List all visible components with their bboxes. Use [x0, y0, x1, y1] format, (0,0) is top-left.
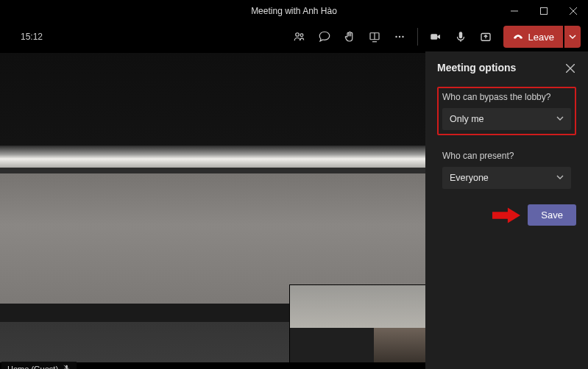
close-button[interactable]: [559, 0, 588, 22]
toolbar-separator: [417, 28, 418, 46]
video-area: Home (Guest): [0, 51, 425, 369]
lobby-label: Who can bypass the lobby?: [442, 92, 571, 102]
more-actions-icon[interactable]: [388, 25, 411, 49]
svg-point-8: [398, 36, 400, 37]
camera-icon[interactable]: [424, 25, 447, 49]
meeting-timer: 15:12: [21, 32, 43, 42]
panel-close-button[interactable]: [566, 62, 576, 73]
raise-hand-icon[interactable]: [338, 25, 361, 49]
save-button[interactable]: Save: [528, 204, 576, 226]
meeting-options-panel: Meeting options Who can bypass the lobby…: [425, 51, 588, 369]
svg-rect-10: [431, 34, 437, 40]
people-icon[interactable]: [288, 25, 311, 49]
chevron-down-icon: [556, 114, 564, 124]
arrow-annotation: [492, 207, 520, 224]
participant-name: Home (Guest): [7, 365, 58, 370]
present-label: Who can present?: [442, 151, 571, 161]
svg-point-5: [300, 34, 303, 37]
meeting-toolbar: 15:12 Leave: [0, 22, 588, 51]
chat-icon[interactable]: [313, 25, 336, 49]
lobby-select-value: Only me: [450, 114, 484, 124]
svg-point-4: [295, 33, 299, 37]
leave-group: Leave: [503, 26, 581, 48]
content-area: Home (Guest) Meeting options Who can byp…: [0, 51, 588, 369]
panel-title: Meeting options: [437, 62, 516, 74]
save-row: Save: [437, 204, 576, 226]
lobby-select[interactable]: Only me: [442, 108, 571, 130]
share-icon[interactable]: [474, 25, 497, 49]
present-select[interactable]: Everyone: [442, 167, 571, 189]
participant-name-pill: Home (Guest): [1, 362, 77, 369]
present-select-value: Everyone: [450, 173, 489, 183]
leave-button[interactable]: Leave: [503, 26, 563, 48]
minimize-button[interactable]: [500, 0, 529, 22]
leave-caret-button[interactable]: [564, 26, 581, 48]
chevron-down-icon: [556, 173, 564, 183]
self-video-thumbnail[interactable]: [289, 284, 425, 362]
window-controls: [500, 0, 588, 22]
svg-rect-1: [541, 8, 548, 15]
svg-point-9: [402, 36, 403, 37]
toolbar-controls: Leave: [288, 22, 581, 51]
mic-muted-icon: [63, 364, 71, 369]
svg-rect-11: [458, 32, 462, 38]
lobby-option-group: Who can bypass the lobby? Only me: [437, 87, 576, 135]
leave-label: Leave: [528, 32, 554, 43]
svg-point-7: [395, 36, 397, 37]
svg-marker-19: [492, 207, 520, 223]
maximize-button[interactable]: [529, 0, 559, 22]
title-bar: Meeting with Anh Hào: [0, 0, 588, 22]
rooms-icon[interactable]: [363, 25, 386, 49]
present-option-group: Who can present? Everyone: [437, 146, 576, 194]
mic-icon[interactable]: [449, 25, 472, 49]
